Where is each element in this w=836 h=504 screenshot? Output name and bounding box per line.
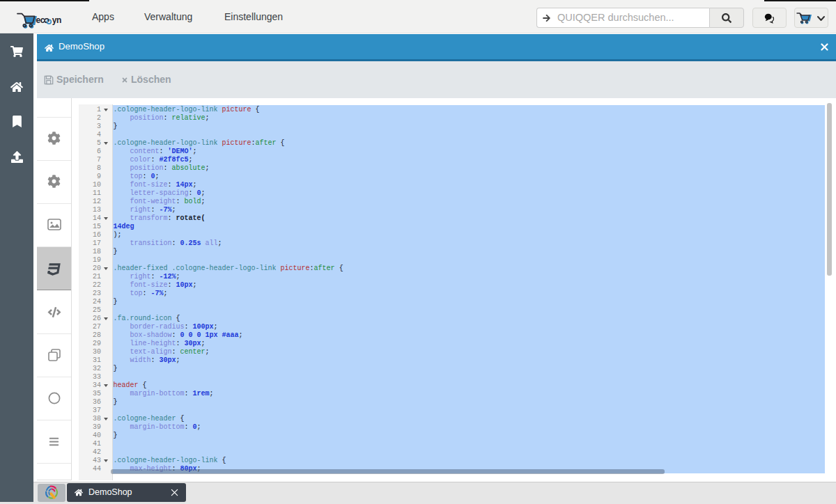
svg-text:yn: yn [52,15,61,25]
svg-text:ec: ec [36,15,45,25]
